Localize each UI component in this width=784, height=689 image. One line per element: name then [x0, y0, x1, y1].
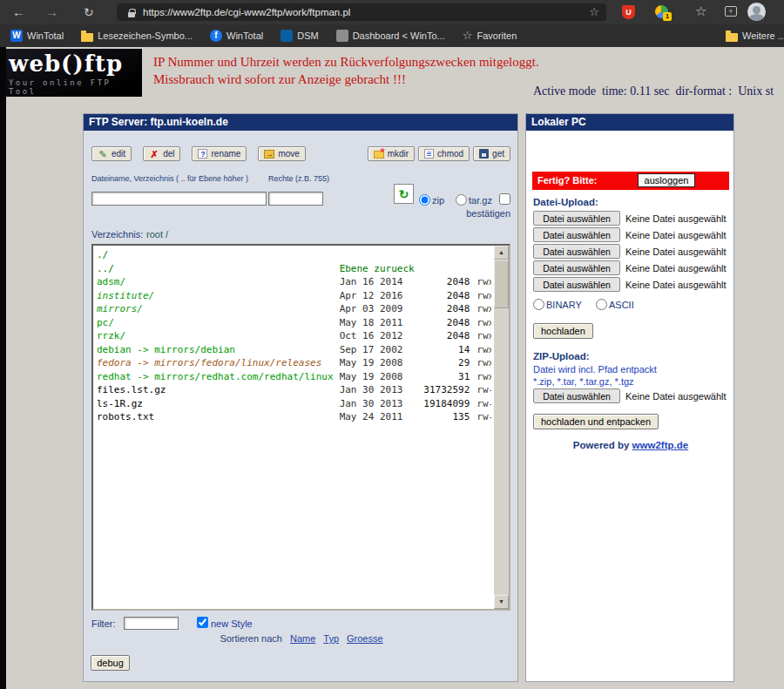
scrollbar[interactable]: ▲ ▼ [494, 246, 509, 609]
get-button[interactable]: get [473, 146, 510, 161]
local-pc-panel-title: Lokaler PC [526, 114, 733, 131]
file-name[interactable]: ./ [97, 248, 340, 262]
bookmark-item[interactable]: Lesezeichen-Symbo... [81, 30, 193, 42]
file-upload-row: Datei auswählenKeine Datei ausgewählt [533, 243, 727, 260]
address-bar[interactable]: https://www2ftp.de/cgi-www2ftp/work/ftpm… [117, 3, 606, 21]
extension-badge: 1 [663, 12, 672, 21]
powered-by-link[interactable]: www2ftp.de [632, 440, 689, 450]
logout-button[interactable]: ausloggen [638, 173, 695, 187]
bookmark-item[interactable]: DSM [280, 30, 318, 42]
file-date: May 18 2011 [340, 316, 416, 330]
sort-link-groesse[interactable]: Groesse [347, 633, 383, 644]
file-name[interactable]: rrzk/ [97, 329, 340, 343]
reload-button[interactable]: ↻ [84, 0, 94, 24]
file-size: 31732592 [415, 383, 470, 397]
file-perms: rwx [476, 343, 491, 357]
choose-file-button[interactable]: Datei auswählen [533, 244, 620, 259]
get-icon [479, 149, 489, 159]
bookmark-label: WinTotal [226, 30, 263, 41]
ascii-label: ASCII [609, 300, 634, 310]
mkdir-button[interactable]: mkdir [368, 146, 415, 161]
bookmark-item[interactable]: Dashboard < WinTo... [336, 30, 445, 42]
bookmarks-bar: WinTotalLesezeichen-Symbo...WinTotalDSMD… [0, 24, 784, 47]
zip-note-1: Datei wird incl. Pfad entpackt [533, 364, 657, 375]
chmod-button[interactable]: chmod [418, 146, 470, 161]
bookmark-item[interactable]: WinTotal [210, 30, 263, 42]
file-name[interactable]: robots.txt [97, 410, 340, 424]
file-row: debian -> mirrors/debianSep 17 200214rwx [97, 343, 491, 357]
file-name[interactable]: ls-1R.gz [97, 397, 340, 411]
debug-button[interactable]: debug [91, 655, 130, 671]
browser-chrome: ← → ↻ https://www2ftp.de/cgi-www2ftp/wor… [0, 0, 784, 24]
edit-button[interactable]: edit [91, 146, 132, 161]
bookmark-label: DSM [297, 30, 318, 41]
collections-icon[interactable] [725, 6, 737, 17]
filter-input[interactable] [124, 617, 179, 630]
file-row: ../Ebene zurueck [97, 262, 491, 276]
bookmark-item-more[interactable]: Weitere ... [726, 24, 784, 47]
directory-path-link[interactable]: root / [146, 229, 168, 240]
logo-text: web()ftp [4, 49, 142, 77]
button-label: get [492, 149, 504, 159]
file-date: Jan 30 2013 [340, 383, 416, 397]
choose-file-button[interactable]: Datei auswählen [533, 388, 620, 403]
ascii-radio[interactable] [596, 299, 607, 310]
scroll-down-icon[interactable]: ▼ [494, 595, 509, 609]
forward-button[interactable]: → [45, 0, 58, 24]
choose-file-button[interactable]: Datei auswählen [533, 227, 620, 242]
file-name[interactable]: ../ [97, 262, 340, 276]
zip-radio[interactable] [419, 194, 430, 206]
local-pc-panel: Lokaler PC Fertig? Bitte: ausloggen Date… [525, 113, 734, 682]
choose-file-button[interactable]: Datei auswählen [533, 260, 620, 275]
url-text[interactable]: https://www2ftp.de/cgi-www2ftp/work/ftpm… [143, 3, 350, 21]
choose-file-button[interactable]: Datei auswählen [533, 211, 620, 226]
file-name[interactable]: redhat -> mirrors/redhat.com/redhat/linu… [97, 370, 340, 384]
bookmark-item[interactable]: Favoriten [463, 30, 517, 42]
upload-unpack-button[interactable]: hochladen und entpacken [533, 414, 659, 429]
scrollbar-thumb[interactable] [494, 260, 509, 308]
edit-icon [98, 149, 108, 159]
file-upload-status: Keine Datei ausgewählt [625, 280, 727, 290]
scroll-up-icon[interactable]: ▲ [494, 246, 509, 260]
rights-label: Rechte (z.B. 755) [268, 174, 329, 183]
upload-button[interactable]: hochladen [533, 323, 593, 339]
refresh-button[interactable]: ↻ [394, 184, 414, 204]
profile-avatar[interactable] [747, 3, 766, 21]
file-name[interactable]: files.lst.gz [97, 383, 340, 397]
file-name[interactable]: fedora -> mirrors/fedora/linux/releases [97, 356, 340, 370]
file-name[interactable]: mirrors/ [97, 302, 340, 316]
file-upload-row: Datei auswählenKeine Datei ausgewählt [533, 276, 727, 293]
favorites-icon[interactable]: ☆ [695, 3, 706, 19]
sort-link-name[interactable]: Name [290, 633, 315, 644]
file-size: 19184099 [415, 397, 470, 411]
file-name[interactable]: pc/ [97, 316, 340, 330]
choose-file-button[interactable]: Datei auswählen [533, 277, 620, 292]
adblock-extension-icon[interactable] [622, 5, 635, 19]
newstyle-checkbox[interactable] [197, 617, 208, 628]
bookmark-item[interactable]: WinTotal [10, 30, 64, 42]
confirm-label: bestätigen [415, 208, 510, 219]
rights-input[interactable] [268, 192, 323, 206]
logout-prompt: Fertig? Bitte: [537, 172, 597, 190]
file-row: rrzk/Oct 16 20122048rwx [97, 329, 491, 343]
file-size: 2048 [415, 289, 470, 303]
file-name[interactable]: institute/ [97, 289, 340, 303]
ftp-server-panel-title: FTP Server: ftp.uni-koeln.de [84, 114, 517, 131]
filename-input[interactable] [91, 192, 267, 206]
move-button[interactable]: move [258, 146, 305, 161]
dsm-icon [280, 30, 293, 42]
favorite-star-icon[interactable]: ☆ [589, 3, 599, 21]
sort-link-typ[interactable]: Typ [323, 633, 339, 644]
confirm-checkbox[interactable] [499, 193, 510, 205]
back-button[interactable]: ← [12, 0, 25, 24]
targz-radio[interactable] [456, 194, 467, 206]
file-date: Ebene zurueck [340, 262, 416, 276]
binary-radio[interactable] [533, 299, 544, 310]
del-button[interactable]: del [143, 146, 180, 161]
file-name[interactable]: adsm/ [97, 275, 340, 289]
file-name[interactable]: debian -> mirrors/debian [97, 343, 340, 357]
file-perms [476, 248, 491, 262]
bookmark-label: Dashboard < WinTo... [353, 30, 445, 41]
rename-button[interactable]: rename [192, 146, 247, 161]
file-perms: rwx [476, 329, 491, 343]
